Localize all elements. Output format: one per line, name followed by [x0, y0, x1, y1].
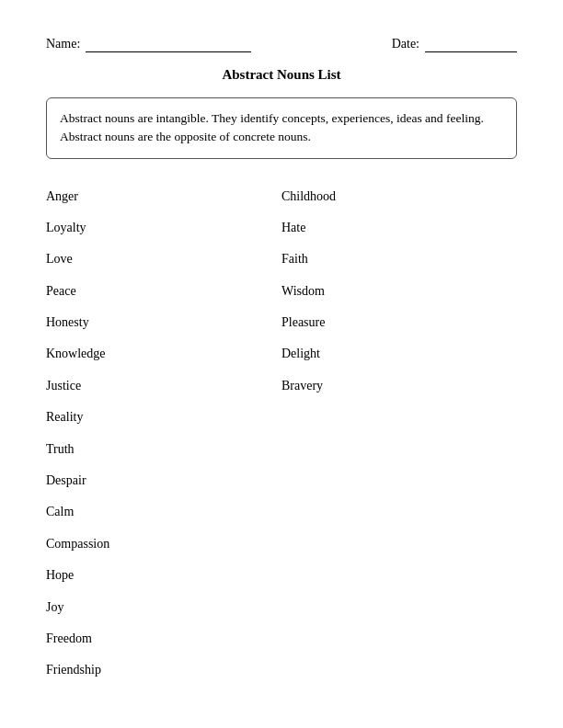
name-label: Name:: [46, 37, 80, 51]
list-item: Justice: [46, 370, 282, 402]
list-item: Hate: [282, 212, 517, 244]
list-item: Faith: [282, 244, 517, 275]
list-item: Friendship: [46, 654, 282, 686]
list-item: Hope: [46, 560, 282, 591]
list-item: Anger: [46, 181, 282, 212]
list-item: Honesty: [46, 307, 282, 338]
list-item: Reality: [46, 402, 282, 433]
description-box: Abstract nouns are intangible. They iden…: [46, 97, 517, 159]
date-field: Date:: [392, 37, 517, 52]
list-item: Peace: [46, 276, 282, 307]
header-row: Name: Date:: [46, 37, 517, 52]
date-label: Date:: [392, 37, 419, 51]
list-item: Bravery: [282, 370, 517, 402]
list-item: Loyalty: [46, 212, 282, 244]
list-item: Childhood: [282, 181, 517, 212]
list-item: Knowledge: [46, 338, 282, 370]
date-line: [425, 37, 517, 52]
page-title: Abstract Nouns List: [46, 67, 517, 83]
column-left: AngerLoyaltyLovePeaceHonestyKnowledgeJus…: [46, 181, 282, 687]
list-item: Truth: [46, 434, 282, 465]
name-field: Name:: [46, 37, 251, 52]
list-item: Despair: [46, 465, 282, 496]
list-item: Delight: [282, 338, 517, 370]
list-item: Calm: [46, 496, 282, 528]
nouns-section: AngerLoyaltyLovePeaceHonestyKnowledgeJus…: [46, 181, 517, 687]
list-item: Freedom: [46, 623, 282, 654]
list-item: Love: [46, 244, 282, 275]
list-item: Wisdom: [282, 276, 517, 307]
column-right: ChildhoodHateFaithWisdomPleasureDelightB…: [282, 181, 517, 687]
list-item: Joy: [46, 592, 282, 623]
name-line: [86, 37, 251, 52]
list-item: Compassion: [46, 529, 282, 560]
list-item: Pleasure: [282, 307, 517, 338]
